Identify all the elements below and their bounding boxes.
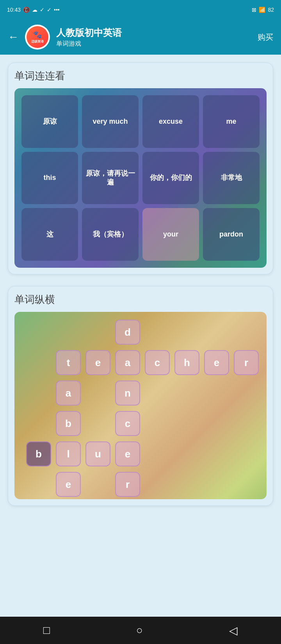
- word-connect-section: 单词连连看 原谅very muchexcusemethis原谅，请再说一遍你的，…: [8, 62, 273, 274]
- battery-icon: 82: [268, 7, 274, 13]
- letter-cell-r1[interactable]: r: [234, 350, 259, 375]
- main-content: 单词连连看 原谅very muchexcusemethis原谅，请再说一遍你的，…: [0, 55, 281, 557]
- word-grid: 原谅very muchexcusemethis原谅，请再说一遍你的，你们的非常地…: [14, 88, 267, 268]
- status-right: ⊠ 📶 82: [252, 7, 274, 13]
- word-grid-container: 原谅very muchexcusemethis原谅，请再说一遍你的，你们的非常地…: [14, 88, 267, 268]
- nav-home-button[interactable]: ○: [136, 624, 143, 637]
- letter-cell-h1[interactable]: h: [174, 350, 199, 375]
- header-subtitle: 单词游戏: [56, 40, 251, 48]
- bottom-navigation: □ ○ ◁: [0, 617, 281, 644]
- letter-cell-b1[interactable]: b: [56, 411, 81, 436]
- dots-icon: •••: [54, 7, 60, 13]
- letter-cell-e4[interactable]: e: [56, 472, 81, 497]
- word-tile-t4[interactable]: me: [203, 95, 260, 148]
- signal-icon: 📵: [23, 7, 30, 13]
- header-title: 人教版初中英语: [56, 27, 251, 39]
- status-bar: 10:43 📵 ☁ ✓ ✓ ••• ⊠ 📶 82: [0, 0, 281, 20]
- cast-icon: ⊠: [252, 7, 256, 13]
- letter-cell-t1[interactable]: t: [56, 350, 81, 375]
- section2-title: 单词纵横: [14, 293, 267, 306]
- crossword-grid: dteacheranbcblueer: [14, 312, 267, 499]
- word-tile-t11[interactable]: your: [142, 208, 199, 261]
- crossword-section: 单词纵横 dteacheranbcblueer: [8, 286, 273, 506]
- letter-cell-c1[interactable]: c: [145, 350, 170, 375]
- word-tile-t10[interactable]: 我（宾格）: [82, 208, 139, 261]
- check-icon: ✓: [40, 7, 44, 13]
- nav-back-button[interactable]: ◁: [229, 624, 238, 637]
- word-tile-t3[interactable]: excuse: [142, 95, 199, 148]
- status-left: 10:43 📵 ☁ ✓ ✓ •••: [7, 7, 60, 13]
- status-time: 10:43: [7, 7, 21, 13]
- logo-inner: 🐾 迈级英语: [27, 26, 48, 48]
- logo-text: 迈级英语: [31, 40, 44, 44]
- letter-cell-d1[interactable]: d: [115, 320, 140, 345]
- letter-cell-a1[interactable]: a: [115, 350, 140, 375]
- letter-cell-l1[interactable]: l: [56, 441, 81, 466]
- word-tile-t9[interactable]: 这: [21, 208, 78, 261]
- word-tile-t7[interactable]: 你的，你们的: [142, 152, 199, 205]
- letter-cell-n1[interactable]: n: [115, 381, 140, 406]
- word-tile-t12[interactable]: pardon: [203, 208, 260, 261]
- letter-cell-u1[interactable]: u: [85, 441, 110, 466]
- crossword-container: dteacheranbcblueer: [14, 312, 267, 499]
- letter-cell-b2[interactable]: b: [26, 441, 51, 466]
- back-button[interactable]: ←: [8, 31, 19, 43]
- wifi-icon: 📶: [259, 7, 265, 13]
- letter-cell-e2[interactable]: e: [204, 350, 229, 375]
- app-logo: 🐾 迈级英语: [25, 25, 50, 50]
- header-titles: 人教版初中英语 单词游戏: [56, 27, 251, 48]
- app-header: ← 🐾 迈级英语 人教版初中英语 单词游戏 购买: [0, 20, 281, 55]
- word-tile-t5[interactable]: this: [21, 152, 78, 205]
- nav-square-button[interactable]: □: [43, 624, 50, 637]
- letter-cell-r2[interactable]: r: [115, 472, 140, 497]
- letter-cell-e1[interactable]: e: [85, 350, 110, 375]
- letter-cell-a2[interactable]: a: [56, 381, 81, 406]
- word-tile-t1[interactable]: 原谅: [21, 95, 78, 148]
- cloud-icon: ☁: [32, 7, 37, 13]
- check2-icon: ✓: [47, 7, 52, 13]
- buy-button[interactable]: 购买: [258, 32, 273, 43]
- word-tile-t2[interactable]: very much: [82, 95, 139, 148]
- letter-cell-c2[interactable]: c: [115, 411, 140, 436]
- word-tile-t8[interactable]: 非常地: [203, 152, 260, 205]
- letter-cell-e3[interactable]: e: [115, 441, 140, 466]
- word-tile-t6[interactable]: 原谅，请再说一遍: [82, 152, 139, 205]
- section1-title: 单词连连看: [14, 69, 267, 83]
